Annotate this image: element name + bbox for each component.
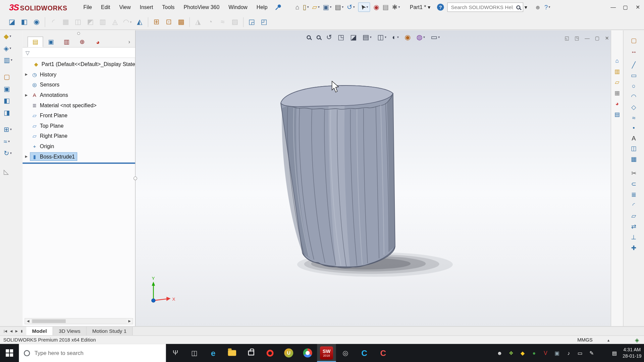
tree-item[interactable]: ▱ Right Plane [22, 131, 135, 141]
help-icon[interactable]: ? [544, 4, 550, 11]
draft-tool-icon[interactable]: ◩ [84, 16, 97, 27]
search-scope-dropdown[interactable] [525, 4, 527, 10]
line-icon[interactable]: ╱ [632, 61, 636, 68]
instant3d-icon[interactable]: ◮ [192, 16, 204, 27]
rectangle-icon[interactable]: ▭ [631, 72, 637, 79]
dome-tool-icon[interactable]: ◠ [121, 16, 133, 27]
arc-icon[interactable]: ◠ [631, 93, 636, 100]
tree-item[interactable]: ◎ Sensors [22, 80, 135, 90]
custom-properties-icon[interactable]: ▤ [614, 111, 620, 118]
close-doc-icon[interactable]: ✕ [605, 35, 609, 41]
tree-item[interactable]: A Annotations [22, 90, 135, 100]
expand-caret-icon[interactable] [25, 155, 31, 159]
scroll-right-icon[interactable] [126, 319, 132, 323]
volume-icon[interactable]: ♪ [566, 350, 572, 356]
solidworks-resources-icon[interactable]: ⌂ [615, 57, 619, 64]
file-properties-icon[interactable]: ▤ [382, 3, 389, 11]
annotation-views-icon[interactable]: ▤ [363, 33, 372, 42]
sketch-strip-icon[interactable]: ▢ [0, 71, 22, 83]
menu-item[interactable]: Insert [135, 2, 158, 13]
plane-entity-icon[interactable]: ▱ [631, 212, 636, 220]
pattern-tool-icon[interactable]: ▦ [60, 16, 72, 27]
menu-item[interactable]: File [79, 2, 97, 13]
drawing-icon[interactable]: ▥ [0, 54, 22, 66]
mirror-entities-icon[interactable]: ◫ [631, 145, 637, 152]
point-icon[interactable]: • [633, 124, 635, 131]
people-icon[interactable]: ☻ [496, 350, 502, 356]
chrome-icon[interactable] [298, 344, 317, 362]
start-button[interactable] [0, 344, 19, 362]
new-part-icon[interactable]: ◆ [0, 31, 22, 43]
mirror-tool-icon[interactable]: ◭ [133, 16, 146, 27]
propertymanager-tab-icon[interactable]: ▣ [43, 37, 59, 47]
tab-model[interactable]: Model [26, 327, 53, 336]
status-badge-icon[interactable]: ◈ [635, 337, 639, 343]
extrude-tool-icon[interactable]: ◧ [18, 16, 31, 27]
measure-strip-icon[interactable]: ◺ [0, 166, 22, 178]
pen-icon[interactable]: ✎ [589, 350, 595, 356]
panel-collapse-handle[interactable] [77, 32, 80, 35]
repair-sketch-icon[interactable]: ✚ [631, 244, 636, 252]
c-blue-app-icon[interactable]: C [355, 344, 374, 362]
user-icon[interactable]: ☻ [535, 4, 541, 11]
3d-drawing-view-icon[interactable]: ◳ [338, 33, 344, 42]
split-window-icon[interactable]: ◱ [565, 35, 570, 41]
menu-item[interactable]: PhotoView 360 [179, 2, 224, 13]
solidworks-app-icon[interactable]: SW2018 [317, 344, 336, 362]
scrollbar-track[interactable] [31, 318, 126, 324]
rebuild-icon[interactable]: ◉ [373, 3, 379, 11]
tray-icon-3[interactable]: ● [531, 350, 537, 356]
search-icon[interactable] [516, 5, 520, 9]
move-entities-icon[interactable]: ⇄ [631, 223, 636, 230]
tree-scrollbar[interactable] [24, 318, 133, 324]
u-app-icon[interactable]: U [279, 344, 298, 362]
section-tool-icon[interactable]: ◲ [246, 16, 258, 27]
network-icon[interactable]: ▭ [577, 350, 583, 356]
mold-strip-icon[interactable]: ◨ [0, 107, 22, 119]
pattern-grid-icon[interactable]: ▩ [175, 16, 187, 27]
rollback-bar[interactable] [22, 163, 135, 164]
print-icon[interactable]: ▤ [335, 3, 343, 11]
save-icon[interactable]: ▣ [323, 3, 332, 11]
sketch-grid-icon[interactable]: ⊞ [150, 16, 163, 27]
design-library-icon[interactable]: ▥ [614, 68, 620, 75]
menu-item[interactable]: View [115, 2, 135, 13]
tray-icon-1[interactable]: ❖ [508, 350, 514, 356]
curves-icon[interactable]: ≈ [0, 135, 22, 147]
revolve-tool-icon[interactable]: ◉ [31, 16, 43, 27]
polygon-icon[interactable]: ◇ [631, 104, 636, 111]
tree-item[interactable]: ◷ History [22, 69, 135, 80]
minimize-doc-icon[interactable]: — [585, 35, 590, 41]
tab-scroll-right-icon[interactable]: ▶ [14, 329, 18, 333]
file-explorer-icon[interactable]: ▱ [615, 79, 619, 85]
shell-tool-icon[interactable]: ◫ [72, 16, 84, 27]
circle-icon[interactable]: ○ [632, 82, 636, 89]
edit-appearance-icon[interactable]: ◉ [405, 33, 411, 42]
appearances-icon[interactable]: ◕ [615, 100, 619, 107]
tree-item[interactable]: ▮ Boss-Extrude1 [22, 152, 135, 162]
restore-doc-icon[interactable]: ▢ [595, 35, 600, 41]
features-strip-icon[interactable]: ▣ [0, 83, 22, 95]
chevron-down-icon[interactable] [428, 4, 430, 10]
displaymanager-tab-icon[interactable]: ◕ [90, 37, 106, 47]
menu-item[interactable]: Help [252, 2, 272, 13]
tree-item[interactable]: ▱ Front Plane [22, 110, 135, 121]
convert-entities-icon[interactable]: ⊂ [631, 180, 636, 188]
curvature-icon[interactable]: ≈ [216, 16, 229, 27]
fillet-tool-icon[interactable]: ◜ [47, 16, 60, 27]
menu-item[interactable]: Edit [97, 2, 115, 13]
scrollbar-thumb[interactable] [32, 319, 66, 323]
tray-icon-4[interactable]: V [542, 350, 548, 356]
tab-scroll-left-icon[interactable]: ◀ [9, 329, 13, 333]
smart-dimension-icon[interactable]: ↔ [631, 48, 637, 55]
tree-item[interactable]: ◆ Part1 (Default<<Default>_Display State [22, 59, 135, 69]
panel-splitter-handle[interactable] [133, 177, 137, 180]
close-button[interactable]: ✕ [632, 0, 644, 14]
spline-icon[interactable]: ≈ [632, 114, 635, 121]
open-icon[interactable]: ▱ [312, 3, 319, 11]
expand-caret-icon[interactable] [25, 93, 31, 97]
sketch-icon[interactable]: ▢ [631, 37, 637, 44]
tree-item[interactable]: + Origin [22, 141, 135, 152]
maximize-button[interactable]: ▢ [620, 0, 632, 14]
scroll-left-icon[interactable] [25, 319, 31, 323]
